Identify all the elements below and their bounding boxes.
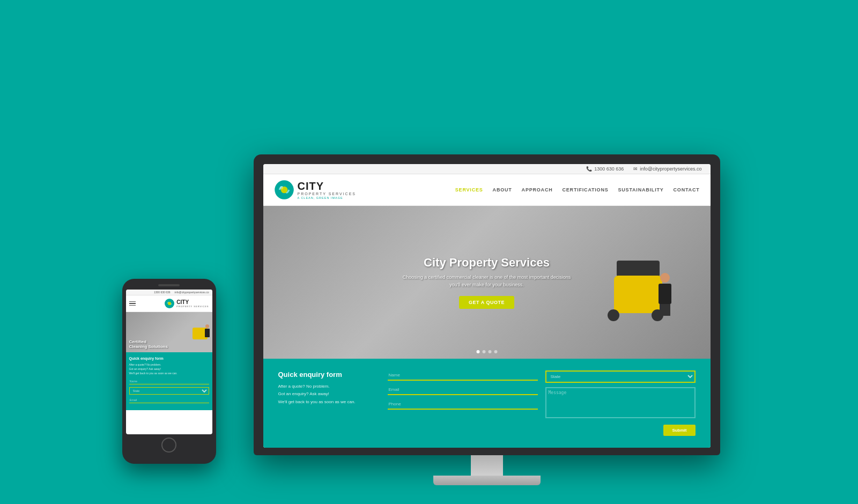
phone-enquiry-text: After a quote? No problem. Got an enquir… bbox=[129, 362, 209, 375]
monitor-mockup: 📞 1300 630 636 ✉ info@citypropertyservic… bbox=[254, 154, 720, 485]
get-quote-button[interactable]: Get a Quote bbox=[459, 296, 514, 309]
phone-enquiry-title: Quick enquiry form bbox=[129, 357, 209, 360]
hero-dot-4[interactable] bbox=[494, 350, 497, 353]
phone-topbar-email: info@citypropertyservices.co bbox=[175, 291, 209, 294]
phone-hero-machine bbox=[183, 314, 210, 344]
phone-hero-text: Certified Cleaning Solutions bbox=[126, 339, 171, 349]
form-column-right: State NSW VIC QLD WA SA Submit bbox=[545, 370, 696, 436]
phone-state-select[interactable]: State bbox=[129, 387, 209, 395]
phone-home-button[interactable] bbox=[161, 438, 176, 453]
phone-logo-icon bbox=[164, 298, 175, 309]
nav-about[interactable]: ABOUT bbox=[493, 187, 512, 192]
mini-person bbox=[205, 324, 210, 339]
nav-approach[interactable]: APPROACH bbox=[522, 187, 553, 192]
phone-speaker bbox=[158, 284, 180, 286]
hero-section: City Property Services Choosing a certif… bbox=[263, 206, 711, 359]
enquiry-left: Quick enquiry form After a quote? No pro… bbox=[278, 370, 375, 406]
person-legs bbox=[660, 304, 670, 316]
logo-text: CITY PROPERTY SERVICES A CLEAN, GREEN IM… bbox=[298, 180, 356, 199]
svg-point-1 bbox=[168, 302, 171, 305]
logo-tagline: A CLEAN, GREEN IMAGE bbox=[298, 196, 356, 199]
phone-topbar: 1300 630 636 info@citypropertyservices.c… bbox=[126, 290, 212, 295]
name-input[interactable] bbox=[388, 370, 538, 381]
hero-title: City Property Services bbox=[401, 256, 573, 270]
website: 📞 1300 630 636 ✉ info@citypropertyservic… bbox=[263, 164, 711, 448]
topbar-email-item: ✉ info@citypropertyservices.co bbox=[633, 166, 701, 172]
phone-enquiry-section: Quick enquiry form After a quote? No pro… bbox=[126, 352, 212, 410]
topbar-phone-number: 1300 630 636 bbox=[594, 166, 624, 172]
submit-button[interactable]: Submit bbox=[663, 425, 695, 436]
enquiry-description: After a quote? No problem. Got an enquir… bbox=[278, 383, 375, 406]
message-textarea[interactable] bbox=[545, 387, 696, 418]
email-input[interactable] bbox=[388, 385, 538, 395]
person-body bbox=[659, 284, 671, 304]
phone-name-input[interactable] bbox=[129, 379, 209, 384]
machine-wheel-left bbox=[608, 309, 619, 321]
phone-body: 1300 630 636 info@citypropertyservices.c… bbox=[122, 279, 216, 464]
topbar-email-address: info@citypropertyservices.co bbox=[640, 166, 701, 172]
hero-dot-3[interactable] bbox=[488, 350, 491, 353]
hero-dots bbox=[476, 350, 497, 353]
logo-city: CITY bbox=[298, 180, 356, 192]
phone-hero: Certified Cleaning Solutions bbox=[126, 312, 212, 352]
email-icon: ✉ bbox=[633, 166, 638, 172]
phone-screen: 1300 630 636 info@citypropertyservices.c… bbox=[126, 290, 212, 434]
hamburger-icon[interactable] bbox=[129, 301, 136, 306]
phone-hero-line1: Certified bbox=[129, 339, 168, 344]
hero-content: City Property Services Choosing a certif… bbox=[401, 256, 573, 309]
logo: CITY PROPERTY SERVICES A CLEAN, GREEN IM… bbox=[274, 180, 356, 200]
monitor-stand-neck bbox=[471, 455, 503, 476]
logo-property: PROPERTY SERVICES bbox=[298, 192, 356, 196]
machine-body bbox=[614, 276, 662, 313]
nav-links: SERVICES ABOUT APPROACH CERTIFICATIONS S… bbox=[455, 187, 700, 192]
website-navbar: CITY PROPERTY SERVICES A CLEAN, GREEN IM… bbox=[263, 174, 711, 206]
svg-point-4 bbox=[279, 186, 283, 189]
phone-icon: 📞 bbox=[586, 166, 592, 172]
topbar-phone-item: 📞 1300 630 636 bbox=[586, 166, 624, 172]
nav-contact[interactable]: CONTACT bbox=[674, 187, 700, 192]
form-column-left bbox=[388, 370, 538, 436]
phone-topbar-phone: 1300 630 636 bbox=[154, 291, 171, 294]
nav-services[interactable]: SERVICES bbox=[455, 187, 483, 192]
phone-mockup: 1300 630 636 info@citypropertyservices.c… bbox=[122, 279, 216, 464]
phone-navbar: CITY PROPERTY SERVICES bbox=[126, 295, 212, 312]
phone-hero-line2: Cleaning Solutions bbox=[129, 344, 168, 349]
phone-logo: CITY PROPERTY SERVICES bbox=[164, 298, 209, 309]
state-select[interactable]: State NSW VIC QLD WA SA bbox=[545, 370, 696, 383]
hero-subtitle: Choosing a certified commercial cleaner … bbox=[401, 274, 573, 288]
website-topbar: 📞 1300 630 636 ✉ info@citypropertyservic… bbox=[263, 164, 711, 174]
phone-input[interactable] bbox=[388, 399, 538, 410]
nav-certifications[interactable]: CERTIFICATIONS bbox=[562, 187, 608, 192]
monitor-screen: 📞 1300 630 636 ✉ info@citypropertyservic… bbox=[263, 164, 711, 448]
enquiry-section: Quick enquiry form After a quote? No pro… bbox=[263, 359, 711, 448]
enquiry-title: Quick enquiry form bbox=[278, 370, 375, 379]
hero-dot-1[interactable] bbox=[476, 350, 479, 353]
logo-icon bbox=[274, 180, 294, 200]
enquiry-form: State NSW VIC QLD WA SA Submit bbox=[388, 370, 696, 436]
hero-cleaning-machine bbox=[571, 217, 678, 335]
hero-dot-2[interactable] bbox=[482, 350, 485, 353]
phone-email-input[interactable] bbox=[129, 397, 209, 403]
machine-operator bbox=[657, 273, 673, 316]
phone-logo-city: CITY bbox=[176, 299, 209, 305]
monitor-body: 📞 1300 630 636 ✉ info@citypropertyservic… bbox=[254, 154, 720, 455]
machine-top bbox=[617, 261, 660, 277]
phone-logo-sub: PROPERTY SERVICES bbox=[176, 305, 209, 308]
monitor-stand-base bbox=[433, 476, 541, 485]
person-head bbox=[660, 273, 670, 283]
nav-sustainability[interactable]: SUSTAINABILITY bbox=[618, 187, 664, 192]
scene: 1300 630 636 info@citypropertyservices.c… bbox=[54, 19, 804, 485]
